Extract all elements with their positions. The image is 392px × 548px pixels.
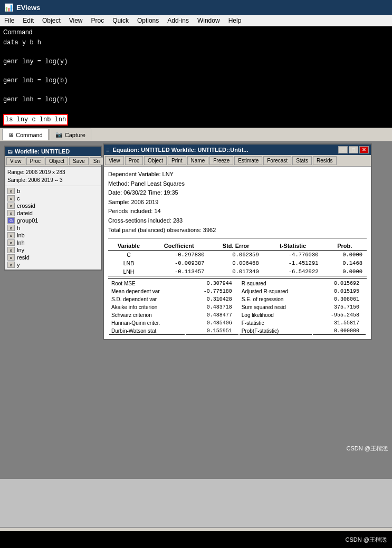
list-item[interactable]: α c: [7, 195, 99, 202]
menu-edit[interactable]: Edit: [18, 16, 38, 25]
wf-save-btn[interactable]: Save: [69, 157, 89, 165]
stat-label-4: Schwarz criterion: [109, 312, 185, 319]
cell-prob-lnh: 0.0000: [323, 267, 367, 276]
command-label: Command: [3, 28, 389, 36]
eq-cross: Cross-sections included: 283: [108, 216, 367, 226]
table-row: Akaike info criterion 0.483718 Sum squar…: [109, 304, 366, 311]
list-item[interactable]: α lnh: [7, 239, 99, 246]
stat-label-1: Mean dependent var: [109, 288, 185, 295]
menu-window[interactable]: Window: [193, 16, 224, 25]
eq-view-btn[interactable]: View: [105, 156, 124, 165]
menu-help[interactable]: Help: [224, 16, 246, 25]
stat-val-2: 0.310428: [186, 296, 238, 303]
wf-view-btn[interactable]: View: [6, 157, 25, 165]
eq-print-btn[interactable]: Print: [168, 156, 186, 165]
command-line-1[interactable]: data y b h: [3, 38, 389, 47]
workfile-range: Range: 2006 2019 x 283: [7, 168, 99, 176]
stat-label-6: Durbin-Watson stat: [109, 328, 185, 335]
app-icon: 📊: [4, 3, 13, 12]
item-icon-lnb: α: [7, 232, 15, 238]
menu-view[interactable]: View: [65, 16, 87, 25]
menu-proc[interactable]: Proc: [87, 16, 109, 25]
command-line-3[interactable]: genr lnb = log(b): [3, 76, 389, 85]
item-label-y: y: [17, 262, 20, 268]
stat-label-0: Root MSE: [109, 280, 185, 287]
table-row: Hannan-Quinn criter. 0.485406 F-statisti…: [109, 320, 366, 326]
list-item[interactable]: α dateid: [7, 209, 99, 217]
workfile-info: Range: 2006 2019 x 283 Sample: 2006 2019…: [5, 167, 101, 186]
eq-dep-var: Dependent Variable: LNY: [108, 170, 367, 179]
menu-object[interactable]: Object: [38, 16, 65, 25]
equation-window: ≡ Equation: UNTITLED Workfile: UNTITLED:…: [103, 143, 372, 340]
eq-proc-btn[interactable]: Proc: [125, 156, 144, 165]
wf-proc-btn[interactable]: Proc: [26, 157, 45, 165]
cell-t-lnh: -6.542922: [263, 267, 323, 276]
eq-estimate-btn[interactable]: Estimate: [234, 156, 262, 165]
stat-label2-0: R-squared: [240, 280, 312, 287]
workfile-sample: Sample: 2006 2019 -- 3: [7, 176, 99, 184]
cell-se-lnb: 0.006468: [209, 259, 263, 267]
eq-forecast-btn[interactable]: Forecast: [263, 156, 291, 165]
cell-var-c: C: [108, 251, 149, 259]
item-icon-b: α: [7, 188, 15, 194]
list-item[interactable]: α lnb: [7, 232, 99, 239]
menu-quick[interactable]: Quick: [108, 16, 133, 25]
stat-val2-0: 0.015692: [313, 280, 366, 287]
eq-object-btn[interactable]: Object: [144, 156, 167, 165]
cell-t-lnb: -1.451291: [263, 259, 323, 267]
workfile-icon: 🗂: [7, 149, 13, 155]
item-label-crossid: crossid: [17, 203, 35, 209]
eq-resids-btn[interactable]: Resids: [313, 156, 337, 165]
tab-capture[interactable]: 📷 Capture: [50, 129, 91, 140]
command-line-5[interactable]: ls lny c lnb lnh: [3, 114, 68, 126]
tab-command-label: Command: [16, 132, 43, 138]
list-item[interactable]: α resid: [7, 254, 99, 261]
item-icon-h: α: [7, 225, 15, 231]
eq-method: Method: Panel Least Squares: [108, 179, 367, 189]
list-item[interactable]: α b: [7, 187, 99, 195]
item-icon-group01: G: [7, 217, 15, 224]
command-lines[interactable]: data y b h genr lny = log(y) genr lnb = …: [3, 38, 389, 126]
list-item[interactable]: G group01: [7, 217, 99, 224]
stat-val-1: -0.775180: [186, 288, 238, 295]
wf-object-btn[interactable]: Object: [45, 157, 68, 165]
eq-minimize-btn[interactable]: –: [338, 146, 348, 153]
eq-freeze-btn[interactable]: Freeze: [209, 156, 233, 165]
item-icon-resid: α: [7, 254, 15, 261]
item-label-dateid: dateid: [17, 210, 33, 216]
eq-controls: – □ ✕: [338, 146, 369, 153]
eq-stats-btn[interactable]: Stats: [292, 156, 312, 165]
eq-titlebar: ≡ Equation: UNTITLED Workfile: UNTITLED:…: [104, 145, 371, 155]
stat-label2-4: Log likelihood: [240, 312, 312, 319]
command-line-2[interactable]: genr lny = log(y): [3, 57, 389, 66]
menu-file[interactable]: File: [0, 16, 18, 25]
list-item[interactable]: α crossid: [7, 202, 99, 209]
eq-maximize-btn[interactable]: □: [349, 146, 358, 153]
eq-results-table: Variable Coefficient Std. Error t-Statis…: [108, 242, 367, 276]
table-row: S.D. dependent var 0.310428 S.E. of regr…: [109, 296, 366, 303]
cell-prob-c: 0.0000: [323, 251, 367, 259]
stat-val2-4: -955.2458: [313, 312, 366, 319]
list-item[interactable]: α h: [7, 224, 99, 232]
command-line-4[interactable]: genr lnh = log(h): [3, 95, 389, 104]
eq-name-btn[interactable]: Name: [187, 156, 209, 165]
list-item[interactable]: α y: [7, 261, 99, 268]
item-label-group01: group01: [17, 217, 38, 224]
eq-close-btn[interactable]: ✕: [359, 146, 369, 153]
tab-command[interactable]: 🖥 Command: [2, 129, 49, 140]
command-area: Command data y b h genr lny = log(y) gen…: [0, 26, 392, 128]
item-label-lny: lny: [17, 247, 24, 253]
item-icon-lny: α: [7, 247, 15, 253]
item-label-lnh: lnh: [17, 239, 25, 246]
item-label-h: h: [17, 225, 20, 231]
stat-val2-1: 0.015195: [313, 288, 366, 295]
col-header-coef: Coefficient: [149, 242, 209, 251]
workfile-list: α b α c α crossid α dateid G group01 α h: [5, 186, 101, 270]
eq-title: Equation: UNTITLED Workfile: UNTITLED::U…: [112, 147, 248, 153]
list-item[interactable]: α lny: [7, 246, 99, 254]
eq-title-icon: ≡: [106, 147, 109, 153]
menu-addins[interactable]: Add-ins: [163, 16, 193, 25]
menu-options[interactable]: Options: [133, 16, 163, 25]
stat-val-0: 0.307944: [186, 280, 238, 287]
wf-sn-btn[interactable]: Sn: [90, 157, 103, 165]
